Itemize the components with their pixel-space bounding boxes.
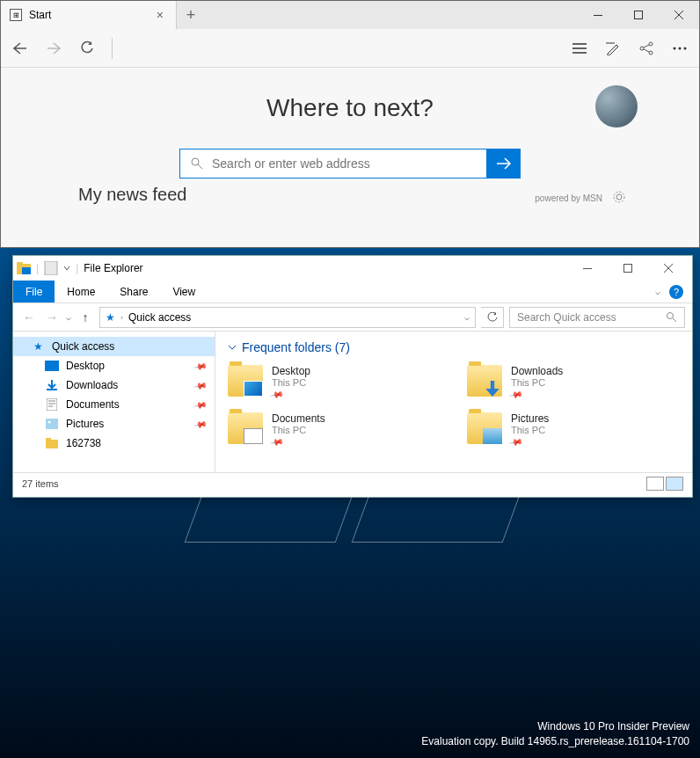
close-icon: [674, 11, 683, 19]
chevron-down-icon: [228, 343, 237, 352]
sidebar-item-pictures[interactable]: Pictures 📌: [13, 414, 215, 434]
address-bar: ← → ⌵ ↑ ★ › Quick access ⌵ Search Quick …: [13, 303, 692, 332]
navigation-pane[interactable]: ★ Quick access Desktop 📌 Downloads 📌 Doc…: [13, 332, 215, 472]
maximize-button[interactable]: [618, 1, 659, 29]
forward-arrow-icon: [47, 42, 61, 55]
sidebar-label: Pictures: [66, 418, 104, 430]
folder-icon: [228, 365, 263, 397]
ribbon-home-tab[interactable]: Home: [55, 281, 107, 302]
ribbon-view-tab[interactable]: View: [160, 281, 208, 302]
search-icon: [667, 312, 677, 323]
svg-rect-13: [22, 267, 31, 274]
folder-icon: [45, 436, 59, 450]
share-button[interactable]: [638, 40, 655, 57]
breadcrumb[interactable]: Quick access: [128, 311, 191, 324]
sidebar-item-downloads[interactable]: Downloads 📌: [13, 375, 215, 395]
minimize-button[interactable]: [578, 1, 618, 29]
desktop-background-logo: [193, 492, 528, 607]
ellipsis-icon: [673, 47, 687, 50]
ribbon-file-tab[interactable]: File: [13, 281, 55, 302]
refresh-button[interactable]: [78, 40, 96, 57]
maximize-icon: [623, 264, 632, 273]
folder-name: Downloads: [511, 365, 563, 377]
file-explorer-window: | | File Explorer File Home Share View ⌵…: [12, 255, 693, 498]
pin-icon: 📌: [193, 417, 208, 431]
back-arrow-icon: [13, 42, 27, 55]
svg-point-9: [616, 194, 622, 200]
sidebar-label: Desktop: [66, 360, 105, 372]
search-input[interactable]: [212, 157, 476, 171]
minimize-button[interactable]: [567, 256, 608, 281]
maximize-button[interactable]: [608, 256, 648, 281]
folder-location: This PC: [511, 377, 563, 388]
history-dropdown[interactable]: ⌵: [66, 312, 71, 322]
status-bar: 27 items: [13, 472, 692, 493]
folder-location: This PC: [272, 377, 310, 388]
settings-gear-button[interactable]: [613, 191, 625, 203]
view-icons-button[interactable]: [666, 477, 683, 491]
svg-rect-20: [46, 419, 58, 429]
folder-name: Documents: [272, 412, 325, 425]
explorer-titlebar: | | File Explorer: [13, 256, 692, 281]
sidebar-item-folder[interactable]: 162738: [13, 434, 215, 453]
refresh-button[interactable]: [481, 307, 504, 328]
search-go-button[interactable]: [487, 149, 521, 179]
sidebar-label: Downloads: [66, 379, 118, 391]
pin-icon: 📌: [270, 388, 284, 402]
close-button[interactable]: [648, 256, 689, 281]
reading-list-button[interactable]: [571, 40, 588, 57]
search-field[interactable]: Search Quick access: [509, 307, 685, 328]
sidebar-item-documents[interactable]: Documents 📌: [13, 395, 215, 414]
window-title: File Explorer: [84, 262, 142, 274]
new-tab-button[interactable]: +: [177, 1, 205, 29]
tab-favicon: ⊞: [10, 9, 22, 21]
folder-item-pictures[interactable]: Pictures This PC 📌: [467, 412, 680, 448]
ribbon-share-tab[interactable]: Share: [107, 281, 160, 302]
browser-tab[interactable]: ⊞ Start ×: [1, 1, 177, 29]
share-icon: [639, 41, 653, 55]
title-separator: |: [76, 262, 78, 274]
svg-rect-12: [17, 262, 23, 265]
sidebar-item-quick-access[interactable]: ★ Quick access: [13, 337, 215, 356]
content-pane: Frequent folders (7) Desktop This PC 📌 D…: [215, 332, 692, 472]
svg-point-4: [649, 51, 653, 55]
svg-rect-1: [635, 11, 643, 19]
edge-titlebar: ⊞ Start × +: [1, 1, 699, 29]
close-tab-icon[interactable]: ×: [153, 8, 167, 22]
folder-item-desktop[interactable]: Desktop This PC 📌: [228, 365, 441, 400]
folder-icon: [228, 412, 263, 444]
more-button[interactable]: [671, 40, 689, 57]
back-button[interactable]: [11, 40, 29, 57]
svg-point-7: [684, 47, 687, 49]
sidebar-item-desktop[interactable]: Desktop 📌: [13, 356, 215, 375]
svg-rect-14: [45, 261, 57, 275]
minimize-icon: [583, 268, 592, 269]
nav-up-button[interactable]: ↑: [77, 310, 94, 324]
folder-item-downloads[interactable]: Downloads This PC 📌: [467, 365, 680, 400]
svg-point-2: [640, 47, 644, 50]
help-button[interactable]: ?: [669, 285, 683, 299]
section-header[interactable]: Frequent folders (7): [228, 340, 680, 354]
view-details-button[interactable]: [646, 477, 664, 491]
svg-rect-18: [45, 361, 59, 371]
folder-grid: Desktop This PC 📌 Downloads This PC 📌: [228, 365, 680, 448]
folder-item-documents[interactable]: Documents This PC 📌: [228, 412, 441, 448]
svg-point-10: [614, 192, 624, 202]
nav-forward-button[interactable]: →: [43, 310, 61, 324]
svg-point-6: [679, 47, 682, 49]
address-field[interactable]: ★ › Quick access ⌵: [99, 307, 476, 328]
menu-lines-icon: [572, 43, 587, 54]
powered-by-label: powered by MSN: [535, 193, 602, 203]
search-box[interactable]: [179, 149, 487, 179]
chevron-down-icon[interactable]: ⌵: [464, 312, 470, 322]
user-avatar[interactable]: [595, 85, 638, 128]
forward-button[interactable]: [45, 40, 62, 57]
edge-browser-window: ⊞ Start × +: [0, 0, 700, 248]
nav-back-button[interactable]: ←: [20, 310, 38, 324]
pin-icon: 📌: [509, 388, 523, 402]
chevron-down-icon[interactable]: [63, 265, 70, 272]
folder-icon: [467, 412, 502, 444]
expand-ribbon-button[interactable]: ⌵: [655, 287, 660, 296]
close-button[interactable]: [659, 1, 699, 29]
notes-button[interactable]: [604, 40, 622, 57]
